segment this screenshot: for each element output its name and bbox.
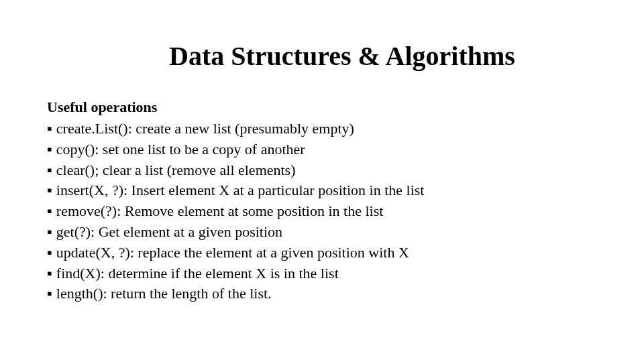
list-item: ▪ clear(); clear a list (remove all elem… xyxy=(47,160,597,181)
list-item: ▪ create.List(): create a new list (pres… xyxy=(47,119,597,139)
square-bullet-icon: ▪ xyxy=(47,243,52,263)
square-bullet-icon: ▪ xyxy=(47,160,52,181)
list-item: ▪ remove(?): Remove element at some posi… xyxy=(47,201,597,222)
square-bullet-icon: ▪ xyxy=(47,284,52,304)
list-item: ▪ insert(X, ?): Insert element X at a pa… xyxy=(47,180,597,201)
list-item: ▪ copy(): set one list to be a copy of a… xyxy=(47,139,597,160)
square-bullet-icon: ▪ xyxy=(47,180,52,201)
operations-list: ▪ create.List(): create a new list (pres… xyxy=(47,119,597,304)
section-subtitle: Useful operations xyxy=(47,99,597,116)
list-item-text: copy(): set one list to be a copy of ano… xyxy=(56,139,597,160)
list-item-text: remove(?): Remove element at some positi… xyxy=(56,201,597,222)
list-item: ▪ get(?): Get element at a given positio… xyxy=(47,222,597,243)
list-item-text: update(X, ?): replace the element at a g… xyxy=(56,243,597,263)
square-bullet-icon: ▪ xyxy=(47,222,52,243)
list-item-text: find(X): determine if the element X is i… xyxy=(56,263,597,284)
slide-container: Data Structures & Algorithms Useful oper… xyxy=(0,0,644,362)
list-item-text: length(): return the length of the list. xyxy=(56,284,597,304)
list-item-text: get(?): Get element at a given position xyxy=(56,222,597,243)
list-item: ▪ find(X): determine if the element X is… xyxy=(47,263,597,284)
square-bullet-icon: ▪ xyxy=(47,201,52,222)
list-item-text: create.List(): create a new list (presum… xyxy=(56,119,597,139)
list-item-text: clear(); clear a list (remove all elemen… xyxy=(56,160,597,181)
square-bullet-icon: ▪ xyxy=(47,119,52,139)
list-item: ▪ update(X, ?): replace the element at a… xyxy=(47,243,597,263)
list-item-text: insert(X, ?): Insert element X at a part… xyxy=(56,180,597,201)
list-item: ▪ length(): return the length of the lis… xyxy=(47,284,597,304)
slide-content: Useful operations ▪ create.List(): creat… xyxy=(47,99,597,304)
square-bullet-icon: ▪ xyxy=(47,263,52,284)
square-bullet-icon: ▪ xyxy=(47,139,52,160)
slide-title: Data Structures & Algorithms xyxy=(87,40,597,72)
